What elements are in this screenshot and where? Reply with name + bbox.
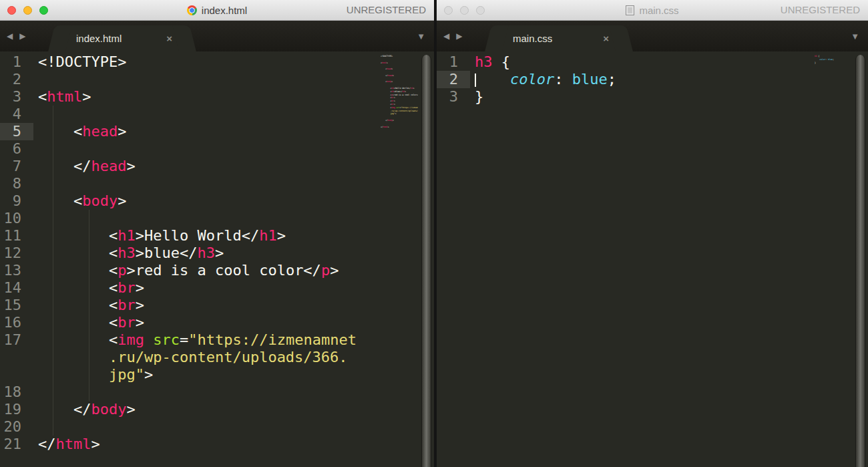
line-number[interactable]: 8	[0, 175, 33, 192]
line-number[interactable]: 9	[0, 192, 33, 210]
code-line[interactable]: 3<html>	[0, 88, 434, 106]
unregistered-label: UNREGISTERED	[781, 0, 860, 20]
tab-index-html[interactable]: index.html ×	[60, 25, 184, 51]
code-line[interactable]: 10	[0, 210, 434, 227]
html-file-favicon-icon	[187, 5, 197, 15]
minimap[interactable]: <!DOCTYPE><html> <head> </head> <body> <…	[381, 55, 418, 128]
code-line[interactable]: 5 <head>	[0, 123, 434, 140]
traffic-lights	[444, 6, 485, 15]
line-number[interactable]: 6	[0, 140, 33, 158]
code-line[interactable]: .ru/wp-content/uploads/366.	[0, 349, 434, 366]
tab-main-css[interactable]: main.css ×	[497, 25, 621, 51]
forward-icon[interactable]: ▶	[456, 31, 462, 41]
close-tab-icon[interactable]: ×	[603, 25, 609, 51]
close-window-button[interactable]	[444, 6, 453, 15]
code-line[interactable]: 12 <h3>blue</h3>	[0, 245, 434, 262]
code-line[interactable]: 21</html>	[0, 436, 434, 453]
line-number[interactable]: 2	[437, 71, 470, 88]
code-line[interactable]: 7 </head>	[0, 158, 434, 175]
window-title: main.css	[639, 5, 678, 16]
tab-overflow-icon[interactable]: ▼	[851, 21, 859, 51]
line-number[interactable]: 3	[437, 88, 470, 106]
back-icon[interactable]: ◀	[443, 31, 449, 41]
line-number[interactable]: 11	[0, 227, 33, 245]
code-line[interactable]: jpg">	[0, 366, 434, 383]
code-line[interactable]: 4	[0, 106, 434, 123]
vertical-scrollbar[interactable]	[855, 55, 865, 467]
unregistered-label: UNREGISTERED	[347, 0, 426, 20]
line-number[interactable]: 20	[0, 418, 33, 436]
line-number[interactable]: 16	[0, 314, 33, 331]
minimize-window-button[interactable]	[23, 6, 32, 15]
minimize-window-button[interactable]	[460, 6, 469, 15]
code-editor-css[interactable]: 1h3 {2 color: blue;3} h3 { color: blue;}	[437, 51, 868, 467]
line-number[interactable]: 12	[0, 245, 33, 262]
line-number[interactable]: 7	[0, 158, 33, 175]
forward-icon[interactable]: ▶	[19, 31, 25, 41]
code-line[interactable]: 18	[0, 383, 434, 401]
code-line[interactable]: 1h3 {	[437, 53, 868, 71]
line-number[interactable]	[0, 349, 33, 366]
css-file-icon	[626, 5, 634, 15]
code-line[interactable]: 20	[0, 418, 434, 436]
line-number[interactable]: 2	[0, 71, 33, 88]
code-line[interactable]: 2	[0, 71, 434, 88]
minimap[interactable]: h3 { color: blue;}	[815, 55, 852, 64]
code-line[interactable]: 17 <img src="https://izmenamnet	[0, 331, 434, 349]
close-window-button[interactable]	[7, 6, 16, 15]
line-number[interactable]: 5	[0, 123, 33, 140]
line-number[interactable]: 3	[0, 88, 33, 106]
line-number[interactable]: 1	[437, 53, 470, 71]
window-title: index.html	[202, 5, 247, 16]
line-number[interactable]: 15	[0, 297, 33, 314]
minimap-line: }	[815, 61, 852, 65]
back-icon[interactable]: ◀	[7, 31, 13, 41]
close-tab-icon[interactable]: ×	[166, 25, 172, 51]
line-number[interactable]: 1	[0, 53, 33, 71]
line-number[interactable]: 21	[0, 436, 33, 453]
zoom-window-button[interactable]	[39, 6, 48, 15]
titlebar-main-css[interactable]: main.css UNREGISTERED	[437, 0, 868, 21]
line-number[interactable]: 10	[0, 210, 33, 227]
tab-label: main.css	[497, 25, 621, 51]
code-editor-html[interactable]: 1<!DOCTYPE>23<html>45 <head>67 </head>89…	[0, 51, 434, 467]
line-number[interactable]	[0, 366, 33, 383]
line-number[interactable]: 14	[0, 279, 33, 297]
code-line[interactable]: 3}	[437, 88, 868, 106]
line-number[interactable]: 4	[0, 106, 33, 123]
titlebar-index-html[interactable]: index.html UNREGISTERED	[0, 0, 434, 21]
code-line[interactable]: 19 </body>	[0, 401, 434, 418]
code-line[interactable]: 16 <br>	[0, 314, 434, 331]
window-index-html: index.html UNREGISTERED ◀ ▶ index.html ×…	[0, 0, 434, 467]
code-line[interactable]: 1<!DOCTYPE>	[0, 53, 434, 71]
tab-label: index.html	[60, 25, 184, 51]
line-number[interactable]: 17	[0, 331, 33, 349]
minimap-line: </html>	[381, 126, 418, 129]
code-line[interactable]: 8	[0, 175, 434, 192]
code-line[interactable]: 11 <h1>Hello World</h1>	[0, 227, 434, 245]
window-main-css: main.css UNREGISTERED ◀ ▶ main.css × ▼ 1…	[437, 0, 868, 467]
code-line[interactable]: 14 <br>	[0, 279, 434, 297]
line-number[interactable]: 13	[0, 262, 33, 279]
tabbar-right: ◀ ▶ main.css × ▼	[437, 21, 868, 51]
code-line[interactable]: 2 color: blue;	[437, 71, 868, 88]
tab-overflow-icon[interactable]: ▼	[417, 21, 425, 51]
code-line[interactable]: 6	[0, 140, 434, 158]
traffic-lights	[7, 6, 48, 15]
code-line[interactable]: 9 <body>	[0, 192, 434, 210]
code-line[interactable]: 13 <p>red is a cool color</p>	[0, 262, 434, 279]
desktop: index.html UNREGISTERED ◀ ▶ index.html ×…	[0, 0, 868, 467]
tabbar-left: ◀ ▶ index.html × ▼	[0, 21, 434, 51]
line-number[interactable]: 18	[0, 383, 33, 401]
code-line[interactable]: 15 <br>	[0, 297, 434, 314]
zoom-window-button[interactable]	[476, 6, 485, 15]
line-number[interactable]: 19	[0, 401, 33, 418]
vertical-scrollbar[interactable]	[421, 55, 431, 467]
